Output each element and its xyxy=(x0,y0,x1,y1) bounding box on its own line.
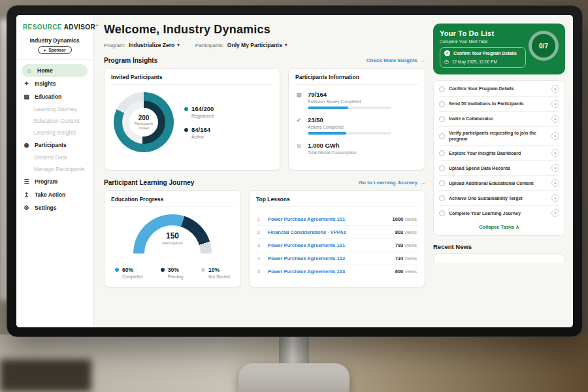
check-more-insights-link[interactable]: Check More Insights → xyxy=(367,57,425,63)
lesson-link[interactable]: Power Purchase Agreements 102 xyxy=(268,255,390,261)
monitor-bezel: RESOURCE ADVISOR+ Industry Dynamics ● Sp… xyxy=(7,5,583,337)
sidebar-item-label: General Data xyxy=(34,154,67,161)
views-count: 600 xyxy=(395,269,404,274)
chevron-down-icon: ▾ xyxy=(177,42,180,48)
task-label: Explore Your Insights Dashboard xyxy=(449,150,547,156)
sidebar-item-home[interactable]: ⌂ Home xyxy=(22,64,88,77)
invited-center-value: 200 xyxy=(139,114,150,122)
card-title: Top Lessons xyxy=(256,196,418,207)
participants-filter-select[interactable]: Only My Participants ▾ xyxy=(227,42,287,48)
program-insights-section: Program Insights Check More Insights → xyxy=(104,57,425,64)
stat-label: Actions Completed xyxy=(308,125,391,129)
task-row-verify-participants[interactable]: Verify participants requesting to join t… xyxy=(439,127,559,146)
legend-dot xyxy=(201,268,205,272)
dashboard-screen: RESOURCE ADVISOR+ Industry Dynamics ● Sp… xyxy=(16,15,573,327)
education-gauge-center: 150 Participants xyxy=(132,231,213,245)
stat-label: Emission Survey Completed xyxy=(308,99,391,104)
sidebar-item-label: Program xyxy=(35,178,57,185)
link-label: Check More Insights xyxy=(367,57,417,63)
clock-icon: ◷ xyxy=(444,59,449,65)
page-title: Welcome, Industry Dynamics xyxy=(104,23,425,37)
sidebar-item-learning-insights[interactable]: Learning Insights xyxy=(16,127,93,139)
views-suffix: views xyxy=(404,269,417,274)
sidebar-divider xyxy=(16,59,93,60)
insights-icon: ✦ xyxy=(23,80,30,87)
legend-value: 60% xyxy=(122,267,133,273)
legend-label: Not Started xyxy=(208,274,230,279)
task-checkbox[interactable] xyxy=(439,210,445,216)
task-row-confirm-program[interactable]: Confirm Your Program Details › xyxy=(439,82,559,97)
sidebar-item-program[interactable]: ☰ Program xyxy=(16,175,93,188)
todo-progress-ring: 0/7 xyxy=(529,31,559,61)
views-suffix: views xyxy=(404,242,417,248)
chevron-up-icon: ∧ xyxy=(515,224,519,230)
task-row-achieve-target[interactable]: Achieve One Sustainability Target › xyxy=(439,191,559,206)
task-checkbox[interactable] xyxy=(439,133,445,139)
task-checkbox[interactable] xyxy=(439,116,445,122)
journey-cards-row: Education Progress 150 Participants xyxy=(104,190,425,287)
task-label: Complete Your Learning Journey xyxy=(449,210,547,216)
task-row-send-invitations[interactable]: Send 50 Invitations to Participants › xyxy=(439,97,559,112)
education-gauge-wrap: 150 Participants xyxy=(132,213,213,257)
task-row-complete-learning-journey[interactable]: Complete Your Learning Journey › xyxy=(439,206,559,220)
task-checkbox[interactable] xyxy=(439,180,445,186)
sidebar-item-label: Take Action xyxy=(35,191,65,198)
next-task-box[interactable]: ✓ Confirm Your Program Details ◷ 12 May … xyxy=(440,47,526,68)
sidebar-item-insights[interactable]: ✦ Insights xyxy=(16,77,93,90)
progress-fill xyxy=(308,132,346,135)
collapse-tasks-link[interactable]: Collapse Tasks ∧ xyxy=(439,220,559,235)
go-to-learning-journey-link[interactable]: Go to Learning Journey → xyxy=(359,180,425,186)
task-checkbox[interactable] xyxy=(439,86,445,92)
sidebar-item-education[interactable]: ▤ Education xyxy=(16,90,93,103)
stat-value: 79/164 xyxy=(308,91,391,98)
task-checkbox[interactable] xyxy=(439,101,445,107)
settings-icon: ⚙ xyxy=(23,204,30,211)
chevron-right-icon[interactable]: › xyxy=(551,149,559,157)
sidebar-item-learning-journey[interactable]: Learning Journey xyxy=(16,103,93,115)
sidebar-item-take-action[interactable]: ↥ Take Action xyxy=(16,188,93,201)
invited-participants-card: Invited Participants 200 Participants In… xyxy=(104,68,280,171)
stat-actions-completed: ✔ 23/50 Actions Completed xyxy=(295,116,418,135)
next-task-due: 12 May 2025, 12:00 PM xyxy=(452,59,497,64)
chevron-right-icon[interactable]: › xyxy=(551,164,559,172)
main-content: Welcome, Industry Dynamics Program: Indu… xyxy=(93,15,433,327)
task-checkbox[interactable] xyxy=(439,165,445,171)
stat-global-consumption: ⊕ 1,000 GWh Total Global Consumption xyxy=(295,142,418,157)
consumption-icon: ⊕ xyxy=(295,142,302,157)
program-filter-select[interactable]: Industrialize Zero ▾ xyxy=(129,42,180,48)
chevron-down-icon: ▾ xyxy=(285,42,287,48)
sidebar-item-manage-participants[interactable]: Manage Participants xyxy=(16,163,93,175)
sidebar-item-participants[interactable]: ◉ Participants xyxy=(16,139,93,152)
chevron-right-icon[interactable]: › xyxy=(551,179,559,187)
task-row-upload-spend-data[interactable]: Upload Spend Data Records › xyxy=(439,161,559,176)
task-label: Confirm Your Program Details xyxy=(449,86,547,91)
program-icon: ☰ xyxy=(23,178,30,185)
chevron-right-icon[interactable]: › xyxy=(551,115,559,123)
org-name[interactable]: Industry Dynamics xyxy=(16,37,93,44)
task-checkbox[interactable] xyxy=(439,150,445,156)
chevron-right-icon[interactable]: › xyxy=(551,85,559,93)
lesson-link[interactable]: Power Purchase Agreements 101 xyxy=(268,242,390,248)
sidebar-item-settings[interactable]: ⚙ Settings xyxy=(16,201,93,214)
task-row-invite-collaborator[interactable]: Invite a Collaborator › xyxy=(439,112,559,127)
sidebar: RESOURCE ADVISOR+ Industry Dynamics ● Sp… xyxy=(16,15,93,327)
education-icon: ▤ xyxy=(23,93,30,100)
sidebar-item-label: Settings xyxy=(35,204,57,211)
chevron-right-icon[interactable]: › xyxy=(551,209,559,217)
task-row-explore-insights[interactable]: Explore Your Insights Dashboard › xyxy=(439,146,559,161)
logo-primary: RESOURCE xyxy=(23,24,62,31)
chevron-right-icon[interactable]: › xyxy=(551,194,559,202)
lesson-link[interactable]: Power Purchase Agreements 103 xyxy=(268,269,390,274)
sidebar-item-education-content[interactable]: Education Content xyxy=(16,115,93,127)
lesson-link[interactable]: Power Purchase Agreements 101 xyxy=(268,216,387,222)
progress-track xyxy=(308,106,391,109)
task-checkbox[interactable] xyxy=(439,195,445,201)
survey-icon: ▦ xyxy=(295,91,302,109)
task-row-upload-educational-content[interactable]: Upload Additional Educational Content › xyxy=(439,176,559,191)
sponsor-badge[interactable]: ● Sponsor xyxy=(38,46,72,54)
chevron-right-icon[interactable]: › xyxy=(551,100,559,108)
chevron-right-icon[interactable]: › xyxy=(551,132,559,140)
lesson-link[interactable]: Financial Considerations - VPPAs xyxy=(268,229,390,235)
sidebar-item-general-data[interactable]: General Data xyxy=(16,152,93,163)
filters-row: Program: Industrialize Zero ▾ Participan… xyxy=(104,42,425,48)
